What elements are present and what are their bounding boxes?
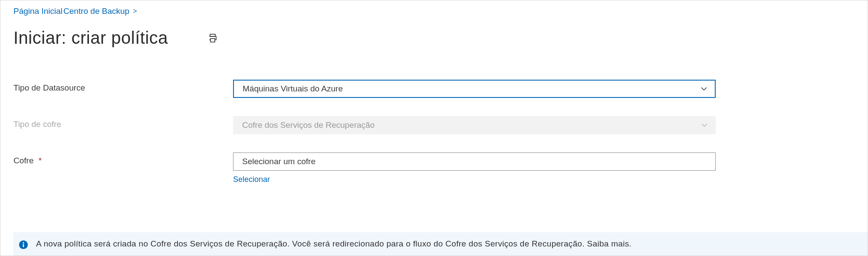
form-row-datasource-type: Tipo de Datasource Máquinas Virtuais do … <box>13 80 868 99</box>
vault-type-value: Cofre dos Serviços de Recuperação <box>242 120 375 130</box>
datasource-type-select[interactable]: Máquinas Virtuais do Azure <box>233 80 716 98</box>
breadcrumb: Página Inicial Centro de Backup > <box>0 0 868 16</box>
vault-label: Cofre * <box>13 152 233 165</box>
page-container: Página Inicial Centro de Backup > Inicia… <box>0 0 868 256</box>
svg-rect-1 <box>210 39 215 42</box>
datasource-type-control: Máquinas Virtuais do Azure <box>233 80 716 98</box>
title-row: Iniciar: criar política <box>0 16 868 48</box>
chevron-down-icon <box>700 85 708 93</box>
breadcrumb-backup-center-link[interactable]: Centro de Backup <box>63 6 129 16</box>
vault-input[interactable] <box>233 152 716 171</box>
form: Tipo de Datasource Máquinas Virtuais do … <box>0 48 868 184</box>
svg-point-4 <box>23 242 24 243</box>
vault-label-text: Cofre <box>13 156 33 165</box>
chevron-down-icon <box>700 121 708 129</box>
vault-select-link[interactable]: Selecionar <box>233 175 270 184</box>
svg-rect-3 <box>23 244 24 247</box>
vault-type-label: Tipo de cofre <box>13 116 233 129</box>
vault-type-select: Cofre dos Serviços de Recuperação <box>233 116 716 134</box>
vault-control: Selecionar <box>233 152 716 184</box>
form-row-vault: Cofre * Selecionar <box>13 152 868 184</box>
print-icon[interactable] <box>207 32 218 44</box>
breadcrumb-home-link[interactable]: Página Inicial <box>13 6 62 16</box>
info-icon <box>19 240 28 250</box>
info-banner-text: A nova política será criada no Cofre dos… <box>36 239 631 249</box>
datasource-type-label: Tipo de Datasource <box>13 80 233 93</box>
form-row-vault-type: Tipo de cofre Cofre dos Serviços de Recu… <box>13 116 868 135</box>
required-asterisk: * <box>39 156 42 165</box>
vault-type-control: Cofre dos Serviços de Recuperação <box>233 116 716 134</box>
info-banner: A nova política será criada no Cofre dos… <box>13 232 868 256</box>
page-title: Iniciar: criar política <box>13 28 168 48</box>
datasource-type-value: Máquinas Virtuais do Azure <box>243 84 343 94</box>
chevron-right-icon: > <box>133 7 137 15</box>
